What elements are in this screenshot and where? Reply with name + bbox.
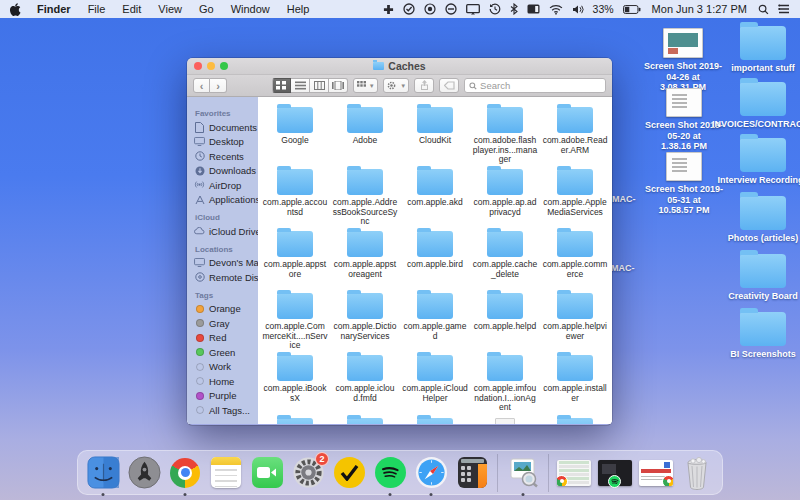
folder-item[interactable]: com.apple.commerce <box>540 231 610 293</box>
menu-view[interactable]: View <box>158 3 182 15</box>
file-item[interactable] <box>470 418 540 424</box>
folder-item[interactable]: com.apple.bird <box>400 231 470 293</box>
folder-item[interactable]: com.apple.helpd <box>470 293 540 355</box>
folder-item[interactable]: com.apple.appstoreagent <box>330 231 400 293</box>
sidebar-tag-purple[interactable]: Purple <box>194 389 258 404</box>
sidebar-item-airdrop[interactable]: AirDrop <box>194 178 258 193</box>
time-machine-icon[interactable] <box>489 3 501 15</box>
sidebar-item-remote-disc[interactable]: Remote Disc <box>194 270 258 285</box>
folder-item[interactable]: com.apple.imfoundation.I...ionAgent <box>470 355 540 417</box>
minimize-button[interactable] <box>207 62 215 70</box>
dock-spotify-icon[interactable] <box>372 455 408 491</box>
dock-launchpad-icon[interactable] <box>126 455 162 491</box>
dock-minimized-window-spotify[interactable] <box>597 455 633 491</box>
sidebar-tag-orange[interactable]: Orange <box>194 302 258 317</box>
dock-notes-icon[interactable] <box>208 455 244 491</box>
battery-icon[interactable] <box>623 5 641 14</box>
action-gear-button[interactable]: ▼ <box>383 78 408 93</box>
sidebar-item-recents[interactable]: Recents <box>194 149 258 164</box>
window-titlebar[interactable]: Caches <box>187 58 612 75</box>
dock-norton-icon[interactable] <box>331 455 367 491</box>
folder-item[interactable]: com.apple.installer <box>540 355 610 417</box>
sidebar-item-documents[interactable]: Documents <box>194 120 258 135</box>
icon-view-button[interactable] <box>272 78 291 93</box>
folder-item[interactable]: com.apple.cache_delete <box>470 231 540 293</box>
folder-item[interactable]: CloudKit <box>400 107 470 169</box>
sidebar-item-downloads[interactable]: Downloads <box>194 164 258 179</box>
dock-system-preferences-icon[interactable]: 2 <box>290 455 326 491</box>
bluetooth-icon[interactable] <box>510 3 518 15</box>
sidebar-item-icloud-drive[interactable]: iCloud Drive <box>194 224 258 239</box>
sidebar-tag-all-tags[interactable]: All Tags... <box>194 403 258 418</box>
menu-file[interactable]: File <box>88 3 106 15</box>
aperture-icon[interactable] <box>424 3 436 15</box>
checkmark-circle-icon[interactable] <box>403 3 415 15</box>
column-view-button[interactable] <box>310 78 329 93</box>
folder-item[interactable]: com.apple.iCloudHelper <box>400 355 470 417</box>
desktop-folder-important-stuff[interactable]: important stuff <box>713 26 800 74</box>
do-not-disturb-icon[interactable] <box>445 3 457 15</box>
folder-item[interactable]: Adobe <box>330 107 400 169</box>
dock-trash-icon[interactable] <box>679 455 715 491</box>
notification-center-icon[interactable] <box>778 4 790 14</box>
folder-item[interactable] <box>330 418 400 424</box>
sidebar-item-applications[interactable]: Applications <box>194 193 258 208</box>
dock-preview-icon[interactable] <box>505 455 541 491</box>
menu-window[interactable]: Window <box>231 3 270 15</box>
display-icon[interactable] <box>466 4 480 15</box>
folder-item[interactable] <box>540 418 610 424</box>
menu-finder[interactable]: Finder <box>37 3 71 15</box>
share-button[interactable] <box>414 78 434 93</box>
sidecar-display-icon[interactable] <box>527 4 540 14</box>
health-plus-icon[interactable] <box>383 4 394 15</box>
dock-safari-icon[interactable] <box>413 455 449 491</box>
coverflow-view-button[interactable] <box>329 78 348 93</box>
search-input[interactable]: Search <box>464 78 606 93</box>
forward-button[interactable]: › <box>210 78 227 93</box>
menu-go[interactable]: Go <box>199 3 214 15</box>
dock-minimized-window-chrome-2[interactable] <box>638 455 674 491</box>
list-view-button[interactable] <box>291 78 310 93</box>
tags-button[interactable] <box>439 78 459 93</box>
group-button[interactable]: ▼ <box>353 78 378 93</box>
folder-item[interactable]: Google <box>260 107 330 169</box>
wifi-icon[interactable] <box>549 4 563 15</box>
spotlight-icon[interactable] <box>758 4 769 15</box>
dock-minimized-window-chrome[interactable] <box>556 455 592 491</box>
desktop-folder-creativity-board[interactable]: Creativity Board <box>713 254 800 302</box>
back-button[interactable]: ‹ <box>193 78 210 93</box>
folder-item[interactable]: com.apple.appstore <box>260 231 330 293</box>
apple-menu-icon[interactable] <box>10 3 21 16</box>
folder-item[interactable]: com.apple.icloud.fmfd <box>330 355 400 417</box>
sidebar-tag-green[interactable]: Green <box>194 345 258 360</box>
sidebar-tag-red[interactable]: Red <box>194 331 258 346</box>
folder-item[interactable]: com.apple.gamed <box>400 293 470 355</box>
folder-item[interactable]: com.apple.AppleMediaServices <box>540 169 610 231</box>
close-button[interactable] <box>194 62 202 70</box>
folder-item[interactable]: com.adobe.Reader.ARM <box>540 107 610 169</box>
dock-facetime-icon[interactable] <box>249 455 285 491</box>
sidebar-item-devons-mac[interactable]: Devon's Ma... <box>194 256 258 271</box>
desktop-folder-invoices-contracts[interactable]: INVOICES/CONTRACTS <box>713 82 800 130</box>
folder-item[interactable]: com.apple.iBooksX <box>260 355 330 417</box>
folder-item[interactable] <box>260 418 330 424</box>
zoom-button[interactable] <box>220 62 228 70</box>
folder-item[interactable]: com.apple.akd <box>400 169 470 231</box>
sidebar-item-desktop[interactable]: Desktop <box>194 135 258 150</box>
volume-icon[interactable] <box>572 4 584 15</box>
dock-calculator-icon[interactable] <box>454 455 490 491</box>
folder-item[interactable]: com.apple.accountsd <box>260 169 330 231</box>
sidebar-tag-work[interactable]: Work <box>194 360 258 375</box>
folder-item[interactable] <box>400 418 470 424</box>
dock-finder-icon[interactable] <box>85 455 121 491</box>
sidebar-tag-home[interactable]: Home <box>194 374 258 389</box>
folder-item[interactable]: com.adobe.flashplayer.ins...manager <box>470 107 540 169</box>
folder-item[interactable]: com.apple.AddressBookSourceSync <box>330 169 400 231</box>
menubar-clock[interactable]: Mon Jun 3 1:27 PM <box>652 3 747 15</box>
sidebar-tag-gray[interactable]: Gray <box>194 316 258 331</box>
menu-edit[interactable]: Edit <box>122 3 141 15</box>
folder-item[interactable]: com.apple.CommerceKit....nService <box>260 293 330 355</box>
folder-item[interactable]: com.apple.DictionaryServices <box>330 293 400 355</box>
desktop-folder-interview-recordings[interactable]: Interview Recordings <box>713 138 800 186</box>
desktop-folder-bi-screenshots[interactable]: BI Screenshots <box>713 312 800 360</box>
